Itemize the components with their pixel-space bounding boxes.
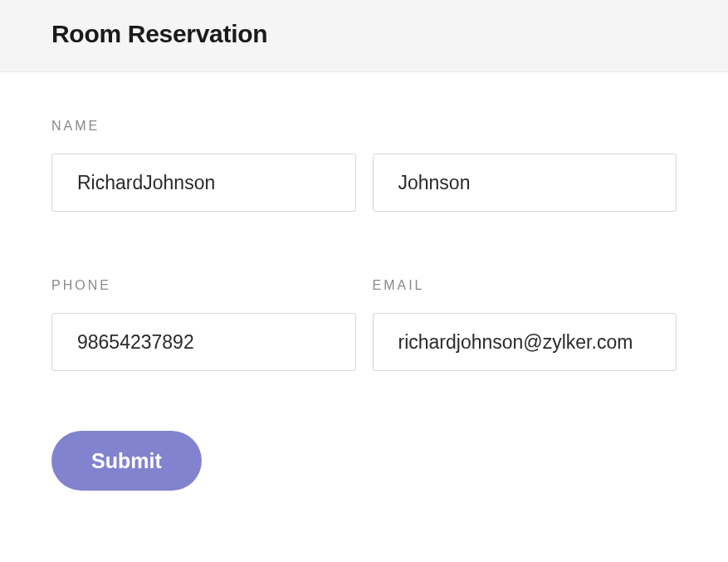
name-label: NAME [51, 119, 356, 134]
reservation-form: NAME PHONE EMAIL Submit [0, 72, 728, 491]
email-label: EMAIL [373, 278, 677, 293]
phone-input[interactable] [51, 313, 356, 371]
last-name-input[interactable] [373, 154, 677, 212]
page-title: Room Reservation [51, 20, 677, 48]
phone-label: PHONE [51, 278, 356, 293]
submit-button[interactable]: Submit [51, 431, 202, 491]
page-header: Room Reservation [0, 0, 728, 72]
email-input[interactable] [373, 313, 677, 371]
name-label-spacer [373, 119, 677, 134]
first-name-input[interactable] [51, 154, 356, 212]
